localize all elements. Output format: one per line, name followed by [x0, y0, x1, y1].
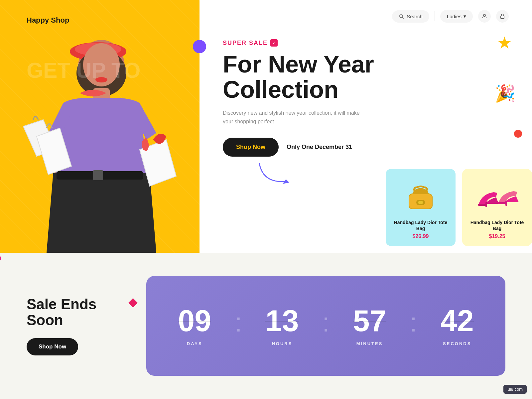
page-wrapper: ★ Happy Shop GET UP TO — [0, 0, 532, 399]
only-one-text: Only One December 31 — [287, 144, 352, 151]
deco-circle-red — [514, 130, 522, 138]
user-icon — [481, 13, 487, 19]
user-icon-button[interactable] — [478, 10, 491, 23]
deco-star-icon: ★ — [497, 33, 512, 53]
product-name-2: Handbag Lady Dior Tote Bag — [469, 219, 525, 231]
celebration-icon: 🎉 — [495, 85, 515, 102]
countdown-minutes-label: MINUTES — [356, 341, 383, 346]
search-icon — [399, 14, 404, 19]
countdown-days-label: DAYS — [187, 341, 202, 346]
handbag-svg-1 — [402, 179, 439, 212]
svg-rect-8 — [93, 170, 103, 180]
watermark: ui8.com — [503, 385, 527, 394]
hero-banner-left: Happy Shop GET UP TO — [0, 0, 200, 253]
shop-now-button[interactable]: Shop Now — [223, 138, 279, 157]
watermark-text: ui8.com — [507, 387, 523, 392]
product-price-1: $26.99 — [392, 233, 449, 239]
countdown-minutes: 57 MINUTES — [353, 306, 386, 346]
badge-check-icon: ✓ — [270, 39, 278, 47]
bottom-section: Sale Ends Soon Shop Now 09 DAYS : 13 HOU… — [0, 253, 532, 399]
svg-point-9 — [400, 15, 403, 18]
deco-pink-dot — [0, 256, 1, 261]
svg-point-11 — [483, 14, 485, 16]
countdown-divider-2: : — [322, 307, 330, 338]
sale-ends-line2: Soon — [27, 312, 63, 328]
product-image-2 — [475, 176, 519, 215]
heels-svg-1 — [475, 179, 519, 212]
countdown-seconds-value: 42 — [441, 306, 474, 336]
countdown-divider-1: : — [235, 307, 242, 338]
ladies-dropdown[interactable]: Ladies ▾ — [440, 10, 473, 23]
svg-line-10 — [402, 17, 404, 19]
deco-diamond-icon — [128, 298, 138, 307]
hero-title-line1: For New Year — [223, 51, 374, 77]
chevron-down-icon: ▾ — [464, 13, 466, 19]
product-card-2[interactable]: Handbag Lady Dior Tote Bag $19.25 — [462, 169, 532, 246]
deco-circle-purple — [193, 40, 206, 53]
hero-description: Discovery new and stylish new year colle… — [223, 109, 362, 126]
super-sale-badge: SUPER SALE ✓ — [223, 39, 509, 47]
sale-ends-line1: Sale Ends — [27, 296, 96, 312]
hero-title: For New Year Collection 🎉 — [223, 52, 509, 102]
countdown-divider-3: : — [410, 307, 417, 338]
get-up-text: GET UP TO — [27, 60, 141, 81]
lock-icon — [499, 13, 505, 19]
nav-bar: Search Ladies ▾ — [223, 0, 509, 33]
nav-divider — [435, 11, 435, 21]
brand-name: Happy Shop — [27, 16, 69, 25]
cart-icon-button[interactable] — [496, 10, 509, 23]
hero-content: SUPER SALE ✓ For New Year Collection 🎉 D… — [223, 33, 509, 187]
top-section: Happy Shop GET UP TO — [0, 0, 532, 253]
svg-point-17 — [418, 201, 423, 204]
countdown-days-value: 09 — [178, 306, 211, 336]
ladies-label: Ladies — [447, 14, 462, 19]
countdown-hours: 13 HOURS — [265, 306, 299, 346]
hero-title-line2: Collection — [223, 76, 338, 103]
svg-rect-21 — [505, 200, 507, 206]
hero-content-right: Search Ladies ▾ — [200, 0, 532, 253]
sale-shop-now-button[interactable]: Shop Now — [27, 338, 78, 355]
countdown-block: 09 DAYS : 13 HOURS : 57 MINUTES : 42 SEC… — [146, 276, 505, 376]
product-price-2: $19.25 — [469, 233, 525, 239]
curved-arrow-icon — [256, 160, 296, 187]
product-cards: Handbag Lady Dior Tote Bag $26.99 — [386, 169, 532, 246]
cta-row: Shop Now Only One December 31 — [223, 138, 509, 157]
countdown-hours-label: HOURS — [272, 341, 292, 346]
countdown-minutes-value: 57 — [353, 306, 386, 336]
sale-ends-block: Sale Ends Soon Shop Now — [27, 296, 126, 356]
search-box[interactable]: Search — [392, 10, 429, 23]
svg-rect-19 — [485, 202, 487, 207]
svg-rect-12 — [501, 16, 504, 19]
sale-ends-title: Sale Ends Soon — [27, 296, 126, 329]
product-name-1: Handbag Lady Dior Tote Bag — [392, 219, 449, 231]
countdown-days: 09 DAYS — [178, 306, 211, 346]
super-sale-text: SUPER SALE — [223, 40, 268, 47]
countdown-seconds-label: SECONDS — [443, 341, 471, 346]
product-card-1[interactable]: Handbag Lady Dior Tote Bag $26.99 — [386, 169, 456, 246]
product-image-1 — [399, 176, 442, 215]
countdown-seconds: 42 SECONDS — [441, 306, 474, 346]
search-label: Search — [407, 14, 423, 19]
countdown-hours-value: 13 — [265, 306, 299, 336]
